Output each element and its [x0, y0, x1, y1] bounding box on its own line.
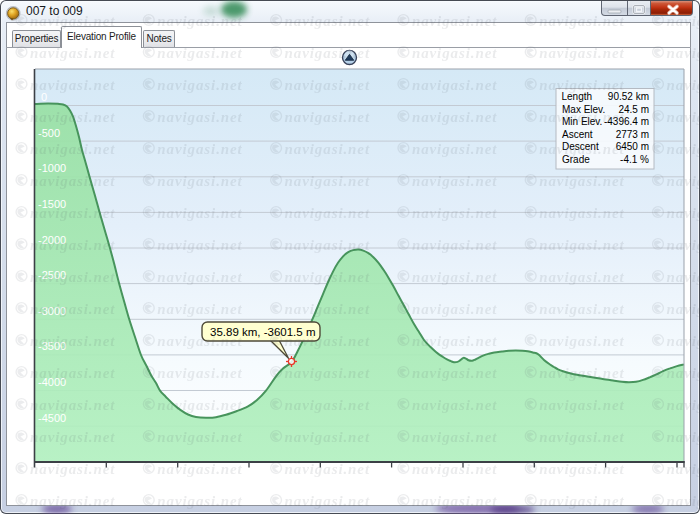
- svg-text:0: 0: [41, 91, 47, 103]
- svg-text:-2500: -2500: [38, 269, 66, 281]
- svg-text:-3500: -3500: [38, 340, 66, 352]
- svg-text:-1000: -1000: [38, 162, 66, 174]
- svg-text:Grade: Grade: [562, 154, 590, 165]
- svg-text:90.52 km: 90.52 km: [608, 91, 649, 102]
- svg-text:24.5 m: 24.5 m: [618, 104, 649, 115]
- svg-text:-1500: -1500: [38, 198, 66, 210]
- svg-text:Length: Length: [562, 91, 593, 102]
- svg-text:-4000: -4000: [38, 376, 66, 388]
- svg-text:Max Elev.: Max Elev.: [562, 104, 605, 115]
- svg-text:-500: -500: [38, 127, 60, 139]
- svg-text:Ascent: Ascent: [562, 129, 593, 140]
- svg-text:Min Elev.: Min Elev.: [562, 116, 602, 127]
- svg-text:-2000: -2000: [38, 234, 66, 246]
- svg-text:-4500: -4500: [38, 412, 66, 424]
- svg-text:-4.1 %: -4.1 %: [620, 154, 649, 165]
- svg-text:Descent: Descent: [562, 141, 599, 152]
- svg-text:-3000: -3000: [38, 305, 66, 317]
- svg-text:35.89 km, -3601.5 m: 35.89 km, -3601.5 m: [210, 326, 315, 338]
- svg-text:2773 m: 2773 m: [616, 129, 649, 140]
- svg-text:6450 m: 6450 m: [616, 141, 649, 152]
- svg-text:-4396.4 m: -4396.4 m: [604, 116, 649, 127]
